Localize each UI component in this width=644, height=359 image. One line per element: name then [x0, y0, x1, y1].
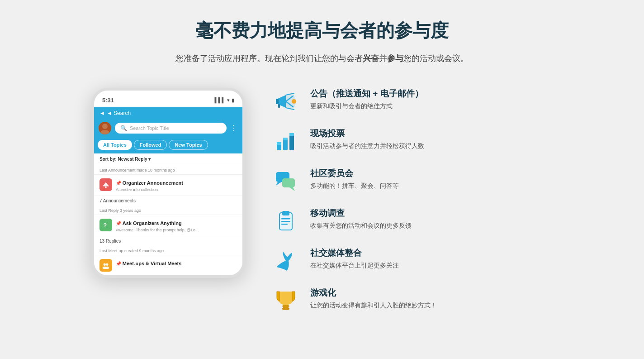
topic-text-announcement: 📌 Organizer Announcement Attendee info c…: [116, 178, 183, 192]
search-icon: 🔍: [120, 125, 127, 131]
phone-body: 5:31 ▌▌▌ ▾ ▮ ◄ ◄ Search: [91, 88, 245, 278]
phone-screen: ◄ ◄ Search 🔍 Search Topic Title: [94, 107, 242, 275]
back-arrow-icon[interactable]: ◄: [99, 110, 105, 116]
clipboard-icon: [272, 207, 299, 235]
topic-subtitle-qa: Awesome! Thanks for the prompt help, @Lo…: [116, 228, 199, 232]
svg-rect-17: [278, 104, 280, 108]
pin-icon-3: 📌: [116, 261, 123, 266]
feature-desc-social: 在社交媒体平台上引起更多关注: [310, 261, 399, 270]
announcement-section: Last Announcement made 10 months ago 📌 O…: [94, 165, 242, 206]
tabs-row: All Topics Followed New Topics: [94, 137, 242, 153]
svg-rect-11: [276, 99, 279, 104]
feature-title-survey: 移动调查: [310, 207, 412, 219]
svg-marker-2: [103, 182, 109, 186]
topic-icon-meetups: [99, 259, 112, 272]
feature-desc-community: 多功能的！拼车、聚会、问答等: [310, 181, 399, 191]
feature-announcement: 公告（推送通知 + 电子邮件） 更新和吸引与会者的绝佳方式: [272, 88, 553, 115]
topic-text-qa: 📌 Ask Organizers Anything Awesome! Thank…: [116, 219, 199, 232]
feature-text-gamification: 游戏化 让您的活动变得有趣和引人入胜的绝妙方式！: [310, 287, 437, 310]
svg-rect-21: [277, 142, 281, 145]
feature-text-community: 社区委员会 多功能的！拼车、聚会、问答等: [310, 168, 399, 191]
twitter-icon: [272, 247, 299, 274]
svg-point-35: [282, 305, 289, 307]
bar-chart-icon: [272, 128, 299, 155]
sort-bar: Sort by: Newest Reply ▾: [94, 153, 242, 165]
svg-rect-23: [289, 133, 294, 136]
header-search-label: ◄ Search: [107, 110, 131, 116]
page-title: 毫不费力地提高与会者的参与度: [195, 18, 449, 43]
feature-title-announcement: 公告（推送通知 + 电子邮件）: [310, 88, 423, 100]
features-list: 公告（推送通知 + 电子邮件） 更新和吸引与会者的绝佳方式 现场投票 吸引活动参…: [272, 88, 553, 314]
phone-app-header: ◄ ◄ Search: [94, 107, 242, 119]
battery-icon: ▮: [232, 97, 234, 103]
section-label-1: Last Announcement made 10 months ago: [94, 165, 242, 174]
feature-gamification: 游戏化 让您的活动变得有趣和引人入胜的绝妙方式！: [272, 287, 553, 314]
tab-followed[interactable]: Followed: [134, 140, 167, 150]
chat-icon: [272, 168, 299, 195]
topic-subtitle-announcement: Attendee info collection: [116, 187, 183, 192]
main-content: 5:31 ▌▌▌ ▾ ▮ ◄ ◄ Search: [51, 88, 593, 314]
topic-item-announcement[interactable]: 📌 Organizer Announcement Attendee info c…: [94, 174, 242, 196]
meetups-section: Last Meet-up created 9 months ago 📌: [94, 246, 242, 275]
search-input[interactable]: 🔍 Search Topic Title: [115, 123, 227, 134]
topic-item-qa[interactable]: ? 📌 Ask Organizers Anything Awesome! Tha…: [94, 215, 242, 236]
feature-survey: 移动调查 收集有关您的活动和会议的更多反馈: [272, 207, 553, 235]
topic-icon-announcement: [99, 178, 112, 191]
svg-rect-32: [281, 224, 288, 225]
topic-title-qa: Ask Organizers Anything: [123, 220, 182, 226]
svg-marker-25: [276, 182, 281, 186]
svg-rect-30: [281, 218, 290, 220]
topic-item-meetups[interactable]: 📌 Meet-ups & Virtual Meets: [94, 255, 242, 275]
svg-point-3: [105, 186, 107, 188]
feature-voting: 现场投票 吸引活动参与者的注意力并轻松获得人数: [272, 128, 553, 155]
svg-point-16: [292, 99, 296, 104]
svg-rect-31: [281, 221, 290, 222]
svg-point-8: [105, 266, 109, 268]
phone-mockup: 5:31 ▌▌▌ ▾ ▮ ◄ ◄ Search: [91, 88, 245, 278]
svg-marker-27: [289, 187, 295, 191]
sort-label: Sort by:: [99, 157, 117, 162]
trophy-icon: [272, 287, 299, 314]
sort-value[interactable]: Newest Reply ▾: [118, 157, 151, 162]
section-label-3: Last Meet-up created 9 months ago: [94, 246, 242, 255]
feature-desc-survey: 收集有关您的活动和会议的更多反馈: [310, 221, 412, 230]
feature-desc-voting: 吸引活动参与者的注意力并轻松获得人数: [310, 141, 424, 151]
feature-title-gamification: 游戏化: [310, 287, 437, 299]
feature-text-survey: 移动调查 收集有关您的活动和会议的更多反馈: [310, 207, 412, 230]
svg-rect-29: [282, 211, 289, 215]
feature-desc-gamification: 让您的活动变得有趣和引人入胜的绝妙方式！: [310, 301, 437, 310]
phone-status-icons: ▌▌▌ ▾ ▮: [215, 97, 234, 103]
search-bar-row: 🔍 Search Topic Title ⋮: [94, 119, 242, 137]
svg-rect-26: [282, 178, 295, 187]
wifi-icon: ▾: [227, 97, 230, 103]
section-count-qa: 13 Replies: [94, 236, 242, 246]
svg-rect-22: [283, 138, 288, 140]
svg-point-5: [104, 263, 106, 265]
more-options-icon[interactable]: ⋮: [230, 124, 238, 132]
section-label-2: Last Reply 3 years ago: [94, 206, 242, 215]
phone-time: 5:31: [102, 97, 114, 104]
megaphone-icon: [272, 88, 299, 115]
pin-icon-2: 📌: [116, 221, 123, 226]
feature-social: 社交媒体整合 在社交媒体平台上引起更多关注: [272, 247, 553, 274]
tab-all-topics[interactable]: All Topics: [98, 140, 132, 150]
qa-section: Last Reply 3 years ago ? 📌 Ask Organizer…: [94, 206, 242, 246]
page-subtitle: 您准备了活动应用程序。现在轮到我们让您的与会者兴奋并参与您的活动或会议。: [175, 52, 469, 65]
feature-text-social: 社交媒体整合 在社交媒体平台上引起更多关注: [310, 247, 399, 270]
section-count-announcements: 7 Announcements: [94, 196, 242, 206]
topic-text-meetups: 📌 Meet-ups & Virtual Meets: [116, 259, 181, 267]
phone-status-bar: 5:31 ▌▌▌ ▾ ▮: [94, 97, 242, 107]
feature-community: 社区委员会 多功能的！拼车、聚会、问答等: [272, 168, 553, 195]
feature-text-voting: 现场投票 吸引活动参与者的注意力并轻松获得人数: [310, 128, 424, 151]
svg-point-1: [100, 130, 109, 134]
svg-text:?: ?: [104, 222, 107, 228]
pin-icon: 📌: [116, 181, 123, 186]
tab-new-topics[interactable]: New Topics: [169, 140, 208, 150]
feature-text-announcement: 公告（推送通知 + 电子邮件） 更新和吸引与会者的绝佳方式: [310, 88, 423, 111]
feature-title-voting: 现场投票: [310, 128, 424, 139]
svg-point-6: [106, 263, 108, 265]
feature-title-community: 社区委员会: [310, 168, 399, 179]
feature-title-social: 社交媒体整合: [310, 247, 399, 259]
topic-icon-qa: ?: [99, 219, 112, 231]
topic-title-meetups: Meet-ups & Virtual Meets: [123, 261, 182, 266]
